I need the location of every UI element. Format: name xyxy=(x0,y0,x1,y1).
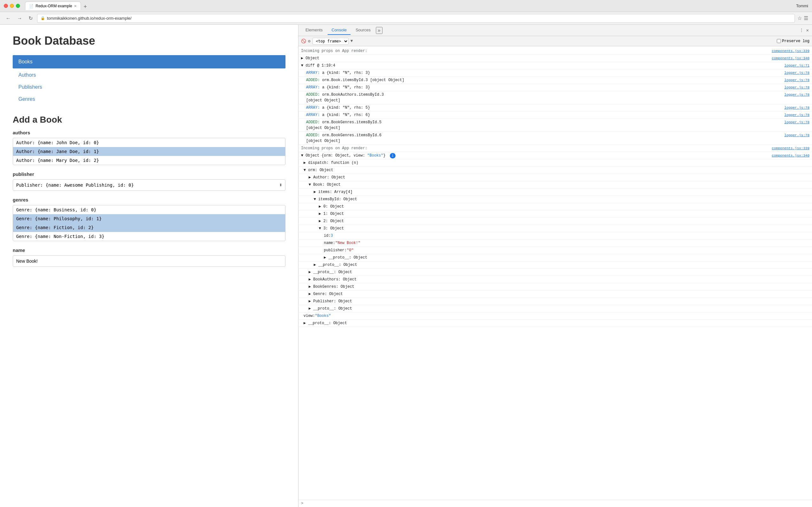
new-tab-button[interactable]: + xyxy=(81,3,90,10)
entry-text: ▶ __proto__: Object xyxy=(309,306,352,312)
entry-content: Incoming props on App render: xyxy=(301,146,769,151)
preserve-log-label: Preserve log xyxy=(777,39,809,43)
entry-row: Incoming props on App render: components… xyxy=(301,48,809,54)
file-link[interactable]: components.jsx:340 xyxy=(772,154,809,158)
preserve-log-checkbox[interactable] xyxy=(777,39,781,43)
entry-text: ▶ Publisher: Object xyxy=(309,298,352,304)
form-title: Add a Book xyxy=(13,115,286,125)
file-link[interactable]: components.jsx:340 xyxy=(772,56,809,60)
entry-value: "Books" xyxy=(367,153,383,158)
entry-file[interactable]: logger.js:78 xyxy=(782,132,809,138)
entry-text: a {kind: "N", rhs: 3} xyxy=(322,85,370,90)
navigation-menu: Books Authors Publishers Genres xyxy=(13,55,286,105)
file-link[interactable]: logger.js:78 xyxy=(784,133,809,137)
entry-text: ▼ itemsById: Object xyxy=(314,196,357,202)
genres-listbox[interactable]: Genre: {name: Business, id: 0} Genre: {n… xyxy=(13,205,286,241)
authors-label: authors xyxy=(13,130,286,135)
minimize-button[interactable] xyxy=(10,4,14,8)
more-tabs-button[interactable]: » xyxy=(376,27,383,34)
tab-console[interactable]: Console xyxy=(328,26,351,35)
console-input[interactable] xyxy=(305,501,809,506)
list-item[interactable]: Genre: {name: Business, id: 0} xyxy=(13,205,285,214)
authors-listbox[interactable]: Author: {name: John Doe, id: 0} Author: … xyxy=(13,138,286,165)
file-link[interactable]: logger.js:78 xyxy=(784,93,809,97)
nav-item-books[interactable]: Books xyxy=(13,55,286,68)
entry-content: ARRAY: a {kind: "N", rhs: 6} xyxy=(306,112,782,118)
maximize-button[interactable] xyxy=(16,4,20,8)
address-bar[interactable]: 🔒 tommikaikkonen.github.io/redux-orm-exa… xyxy=(37,14,795,23)
publisher-select[interactable]: Publisher: {name: Awesome Publishing, id… xyxy=(13,179,286,191)
list-item[interactable]: Author: {name: Jane Doe, id: 1} xyxy=(13,147,285,156)
tab-sources[interactable]: Sources xyxy=(352,26,374,35)
entry-file[interactable]: logger.js:78 xyxy=(782,119,809,125)
close-button[interactable] xyxy=(4,4,8,8)
devtools-close-icon[interactable]: ✕ xyxy=(806,27,809,33)
file-link[interactable]: components.jsx:339 xyxy=(772,49,809,53)
devtools-settings-icon[interactable]: ⋮ xyxy=(799,27,804,33)
entry-file[interactable]: logger.js:71 xyxy=(782,63,809,68)
entry-file[interactable]: logger.js:78 xyxy=(782,105,809,111)
file-link[interactable]: logger.js:78 xyxy=(784,71,809,75)
name-field-group: name xyxy=(13,247,286,267)
menu-button[interactable]: ☰ xyxy=(804,15,808,21)
name-input[interactable] xyxy=(13,256,286,267)
entry-file[interactable]: components.jsx:340 xyxy=(769,153,809,158)
nav-item-authors[interactable]: Authors xyxy=(13,69,286,81)
console-entry: ▼ Book: Object xyxy=(299,181,812,188)
file-link[interactable]: logger.js:78 xyxy=(784,113,809,117)
list-item[interactable]: Author: {name: John Doe, id: 0} xyxy=(13,138,285,147)
console-entry: ▶ 0: Object xyxy=(299,203,812,210)
entry-text: ▶ Object xyxy=(301,56,319,60)
console-entry: ADDED: orm.BookAuthors.itemsById.3[objec… xyxy=(299,91,812,104)
console-clear-icon[interactable]: 🚫 xyxy=(301,39,306,44)
reload-button[interactable]: ↻ xyxy=(27,14,35,22)
file-link[interactable]: components.jsx:339 xyxy=(772,147,809,150)
console-entry: ▶ __proto__: Object xyxy=(299,320,812,327)
list-item[interactable]: Genre: {name: Non-Fiction, id: 3} xyxy=(13,232,285,241)
console-filter-icon[interactable]: ⚙ xyxy=(308,39,310,44)
file-link[interactable]: logger.js:78 xyxy=(784,106,809,110)
tab-elements[interactable]: Elements xyxy=(302,26,326,35)
entry-file[interactable]: logger.js:78 xyxy=(782,112,809,118)
console-entry: ▼ Object {orm: Object, view: "Books"} i … xyxy=(299,152,812,159)
entry-file[interactable]: components.jsx:339 xyxy=(769,48,809,54)
list-item[interactable]: Author: {name: Mary Doe, id: 2} xyxy=(13,156,285,165)
browser-tab[interactable]: 📄 Redux-ORM example ✕ xyxy=(25,2,81,10)
entry-file[interactable]: logger.js:78 xyxy=(782,70,809,76)
entry-keyword: ADDED: xyxy=(306,78,322,82)
entry-file[interactable]: components.jsx:340 xyxy=(769,55,809,61)
entry-file[interactable]: components.jsx:339 xyxy=(769,146,809,151)
frame-selector[interactable]: <top frame> xyxy=(312,38,349,45)
file-link[interactable]: logger.js:78 xyxy=(784,86,809,89)
list-item[interactable]: Genre: {name: Fiction, id: 2} xyxy=(13,223,285,232)
entry-content: ADDED: orm.BookGenres.itemsById.5[object… xyxy=(306,119,782,131)
entry-content: ARRAY: a {kind: "N", rhs: 5} xyxy=(306,105,782,111)
entry-file[interactable]: logger.js:78 xyxy=(782,77,809,83)
list-item[interactable]: Genre: {name: Philosophy, id: 1} xyxy=(13,214,285,223)
back-button[interactable]: ← xyxy=(4,15,13,22)
console-entry: Incoming props on App render: components… xyxy=(299,145,812,152)
forward-button[interactable]: → xyxy=(15,15,24,22)
file-link[interactable]: logger.js:78 xyxy=(784,78,809,82)
devtools-console: Incoming props on App render: components… xyxy=(299,46,812,500)
entry-text: Incoming props on App render: xyxy=(301,146,367,151)
file-link[interactable]: logger.js:71 xyxy=(784,64,809,67)
bookmark-button[interactable]: ☆ xyxy=(798,15,802,21)
publisher-field-group: publisher Publisher: {name: Awesome Publ… xyxy=(13,171,286,191)
entry-row: Incoming props on App render: components… xyxy=(301,146,809,151)
nav-item-genres[interactable]: Genres xyxy=(13,93,286,105)
file-link[interactable]: logger.js:78 xyxy=(784,120,809,124)
ssl-lock-icon: 🔒 xyxy=(41,16,45,20)
tab-close-button[interactable]: ✕ xyxy=(74,4,77,8)
frame-dropdown-icon[interactable]: ▼ xyxy=(351,39,353,43)
entry-file[interactable]: logger.js:78 xyxy=(782,92,809,98)
url-prefix: tommikaikkonen.github.io xyxy=(47,16,94,20)
entry-text: id: xyxy=(324,233,331,239)
console-entry: ▶ Publisher: Object xyxy=(299,298,812,305)
console-entry: ▶ Author: Object xyxy=(299,174,812,181)
nav-item-publishers[interactable]: Publishers xyxy=(13,81,286,93)
entry-text: ▶ Author: Object xyxy=(309,175,345,180)
console-entry: ▶ __proto__: Object xyxy=(299,262,812,269)
console-entry: ADDED: orm.Book.itemsById.3 [object Obje… xyxy=(299,77,812,84)
entry-file[interactable]: logger.js:78 xyxy=(782,84,809,90)
